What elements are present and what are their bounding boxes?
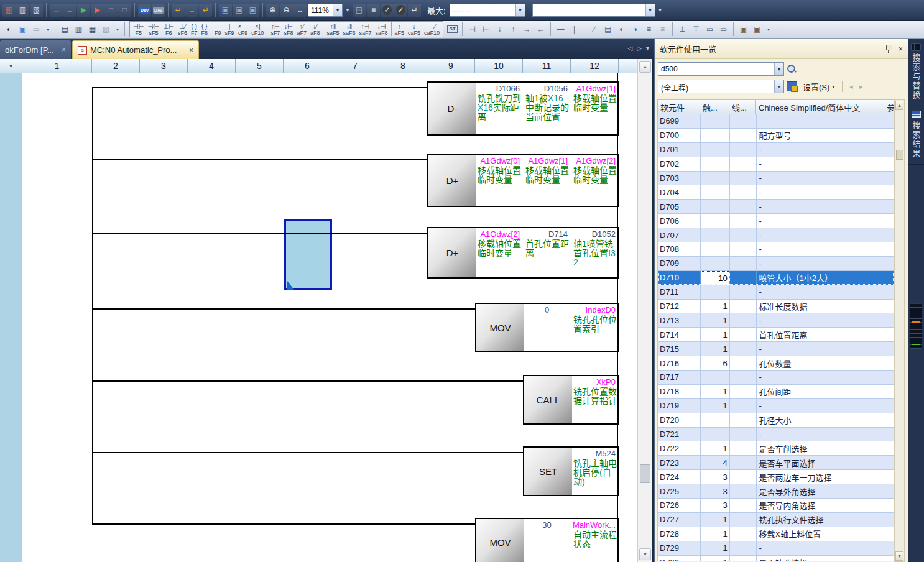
close-icon[interactable]: × [62, 45, 66, 54]
toolbar-overflow-icon[interactable]: ▾ [44, 22, 52, 37]
toolbar-overflow-icon[interactable]: ▾ [344, 2, 351, 17]
search-icon[interactable] [787, 64, 797, 74]
statement-insert-icon[interactable]: → [185, 4, 198, 17]
dropdown-icon[interactable]: ▾ [515, 4, 525, 16]
open-branch-icon[interactable]: ⊥⊢F6 [162, 22, 176, 37]
edit-mode-icon[interactable]: ∕ [588, 23, 601, 36]
insert-row-icon[interactable]: ↓ [493, 23, 506, 36]
previous-result-icon[interactable]: ◂ [849, 83, 853, 91]
window-cascade-icon[interactable]: ▧ [30, 4, 43, 17]
table-row[interactable]: D7291- [658, 541, 894, 556]
program-check-icon[interactable]: ▣ [737, 23, 750, 36]
column-header-5[interactable]: 参 [884, 99, 894, 114]
insert-column-icon[interactable]: → [520, 23, 534, 36]
tab-scroll-left-icon[interactable]: ◁ [628, 45, 633, 52]
window-switch-icon[interactable]: ▤ [353, 4, 366, 17]
verify-with-plc-icon[interactable]: ▶ [77, 4, 90, 17]
table-row[interactable]: D703- [658, 172, 894, 186]
device-display-on-icon[interactable]: Dev [138, 4, 151, 17]
comment-edit-icon[interactable]: ≡ [642, 23, 655, 36]
program-check-2-icon[interactable]: ▣ [751, 23, 764, 36]
coil-icon[interactable]: ( )F7 [189, 22, 200, 37]
scrollbar-thumb[interactable] [640, 464, 650, 483]
table-row[interactable]: D708- [658, 242, 894, 257]
max-combo[interactable]: -------▾ [450, 4, 525, 17]
tab-workfordm[interactable]: okForDm [P... × [0, 40, 71, 59]
scroll-down-icon[interactable]: ▼ [895, 551, 903, 561]
zoom-in-icon[interactable]: ⊕ [266, 4, 279, 17]
read-mode-icon[interactable]: ▤ [601, 23, 614, 36]
vertical-line-icon[interactable]: |sF9 [223, 22, 236, 37]
zoom-combo-value[interactable]: 111% [308, 4, 333, 16]
table-row[interactable]: D700配方型号 [658, 129, 894, 143]
table-row[interactable]: D7181孔位间距 [658, 385, 894, 399]
read-from-plc-icon[interactable]: ← [63, 4, 76, 17]
instruction-block-d-[interactable]: D-D1066铣孔铣刀到X16实际距离D1056轴1被X16中断记录的当前位置A… [427, 81, 619, 136]
dropdown-icon[interactable]: ▾ [645, 4, 655, 16]
pulse-close-branch-icon[interactable]: ↓‖saF6 [341, 22, 357, 37]
device-find-icon[interactable]: ▣ [16, 23, 29, 36]
table-row[interactable]: D717- [658, 371, 894, 385]
statement-edit-icon[interactable]: ≡ [656, 23, 669, 36]
rising-pulse-icon[interactable]: ↑⊢sF7 [269, 22, 282, 37]
invert-result-rising-icon[interactable]: ↑aF5 [393, 22, 407, 37]
watch-window-icon[interactable]: □ [104, 4, 118, 17]
close-icon[interactable]: × [898, 44, 903, 53]
tab-mc-n0-automatic[interactable]: ≡ MC:N0 Automatic_Pro... × [72, 40, 199, 59]
table-row[interactable]: D701- [658, 143, 894, 157]
statement-display-icon[interactable]: ▥ [72, 23, 85, 36]
quick-find-combo-value[interactable] [533, 4, 645, 16]
table-row[interactable]: D7221是否车削选择 [658, 441, 894, 456]
table-row[interactable]: D7121标准长度数据 [658, 300, 894, 314]
window-tile-icon[interactable]: ▥ [16, 4, 29, 17]
device-comment-icon[interactable]: ▭ [703, 23, 716, 36]
table-row[interactable]: D706- [658, 214, 894, 228]
ladder-vertical-scrollbar[interactable]: ▲ ▼ [637, 59, 652, 562]
toolbar-overflow-icon[interactable]: ▾ [765, 22, 772, 37]
zoom-out-icon[interactable]: ⊖ [280, 4, 293, 17]
find-instruction-icon[interactable]: ◑ [629, 23, 642, 36]
table-row[interactable]: D7131- [658, 313, 894, 328]
delete-vertical-line-icon[interactable]: ×|cF10 [249, 22, 266, 37]
search-scope-combo[interactable]: (全工程) ▾ [658, 80, 784, 93]
next-result-icon[interactable]: ▸ [859, 83, 863, 91]
toolbar-overflow-icon[interactable]: ▾ [114, 22, 121, 37]
device-display-off-icon[interactable]: Dev [152, 4, 165, 17]
table-row[interactable]: D7141首孔位置距离 [658, 328, 894, 342]
close-branch-icon[interactable]: ⊥∕sF6 [176, 22, 189, 37]
zoom-combo[interactable]: 111%▾ [308, 4, 343, 17]
column-header-1[interactable]: 软元件 [657, 99, 700, 114]
rising-pulse-close-icon[interactable]: ↑∕aF7 [295, 22, 308, 37]
comment-display-icon[interactable]: ▤ [58, 23, 72, 36]
device-search-value[interactable]: d500 [658, 63, 774, 75]
scroll-up-icon[interactable]: ▲ [895, 101, 903, 110]
search-scope-value[interactable]: (全工程) [658, 80, 774, 93]
table-row[interactable]: D699 [658, 114, 894, 129]
falling-pulse-icon[interactable]: ↓⊢sF8 [282, 22, 295, 37]
draw-line-icon[interactable]: — [554, 23, 567, 36]
note-insert-icon[interactable]: ↵ [199, 4, 212, 17]
table-row[interactable]: D705- [658, 200, 894, 214]
table-row[interactable]: D721- [658, 428, 894, 442]
table-row[interactable]: D7151- [658, 342, 894, 356]
instruction-block-d+[interactable]: D+A1Gdwz[2]移载轴位置临时变量D714首孔位置距离D1052轴1喷管铣… [427, 227, 619, 279]
table-row[interactable]: D7234是否车平面选择 [658, 456, 894, 470]
ladder-program-icon[interactable]: ▦ [2, 4, 16, 17]
pin-icon[interactable] [885, 45, 892, 53]
fit-width-icon[interactable]: ↔ [293, 4, 307, 17]
table-row[interactable]: D707- [658, 228, 894, 242]
pulse-open-branch-icon[interactable]: ↑‖saF5 [325, 22, 341, 37]
horizontal-line-icon[interactable]: —F9 [213, 22, 223, 37]
device-memory-icon[interactable]: ▭ [717, 23, 730, 36]
table-row[interactable]: D7166孔位数量 [658, 356, 894, 371]
watch-window-2-icon[interactable]: □ [118, 4, 131, 17]
dropdown-icon[interactable]: ▾ [774, 80, 783, 93]
inline-st-icon[interactable]: ST [446, 23, 459, 36]
monitor-stop-icon[interactable]: ▣ [233, 4, 246, 17]
step-execute-icon[interactable]: ↵ [408, 4, 421, 17]
tab-scroll-right-icon[interactable]: ▷ [637, 45, 642, 52]
table-row[interactable]: D709- [658, 257, 894, 271]
ladder-editor[interactable]: ▾123456789101112 D-D1066铣孔铣刀到X16实际距离D105… [0, 59, 637, 562]
table-row[interactable]: D7253是否导外角选择 [658, 484, 894, 499]
column-header-3[interactable]: 线... [729, 99, 756, 114]
